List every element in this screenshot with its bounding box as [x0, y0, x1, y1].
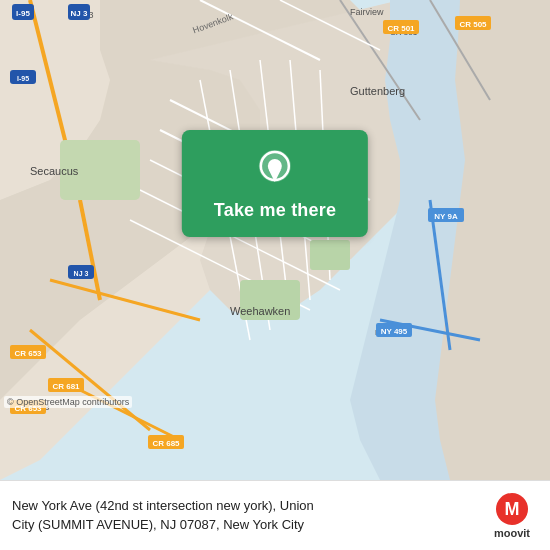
moovit-text: moovit	[494, 527, 530, 539]
svg-text:NY 9A: NY 9A	[434, 212, 458, 221]
svg-text:CR 681: CR 681	[52, 382, 80, 391]
map-view: I-95 CR 501 CR 505 NY 9A NY 495 CR 653 C…	[0, 0, 550, 480]
svg-text:NJ 3: NJ 3	[71, 9, 88, 18]
svg-text:CR 505: CR 505	[459, 20, 487, 29]
moovit-letter: M	[505, 500, 520, 518]
osm-attribution: © OpenStreetMap contributors	[4, 396, 132, 408]
svg-text:Weehawken: Weehawken	[230, 305, 290, 317]
svg-text:I-95: I-95	[17, 75, 29, 82]
address-line1: New York Ave (42nd st intersection new y…	[12, 498, 314, 513]
moovit-logo: M moovit	[486, 493, 538, 539]
svg-text:CR 653: CR 653	[14, 349, 42, 358]
moovit-icon: M	[496, 493, 528, 525]
svg-text:Secaucus: Secaucus	[30, 165, 79, 177]
svg-text:Guttenberg: Guttenberg	[350, 85, 405, 97]
address-text: New York Ave (42nd st intersection new y…	[12, 497, 486, 533]
svg-text:NJ 3: NJ 3	[74, 270, 89, 277]
take-me-there-card[interactable]: Take me there	[182, 130, 368, 237]
address-line2: City (SUMMIT AVENUE), NJ 07087, New York…	[12, 517, 304, 532]
svg-text:CR 501: CR 501	[387, 24, 415, 33]
svg-text:I-95: I-95	[16, 9, 30, 18]
svg-text:CR 685: CR 685	[152, 439, 180, 448]
svg-text:Fairview: Fairview	[350, 7, 384, 17]
location-pin-icon	[257, 148, 293, 188]
svg-text:NY 495: NY 495	[381, 327, 408, 336]
map-svg: I-95 CR 501 CR 505 NY 9A NY 495 CR 653 C…	[0, 0, 550, 480]
take-me-there-button[interactable]: Take me there	[214, 200, 336, 221]
location-icon-wrap	[257, 148, 293, 192]
bottom-bar: New York Ave (42nd st intersection new y…	[0, 480, 550, 550]
svg-rect-29	[310, 240, 350, 270]
button-overlay: Take me there	[182, 130, 368, 237]
